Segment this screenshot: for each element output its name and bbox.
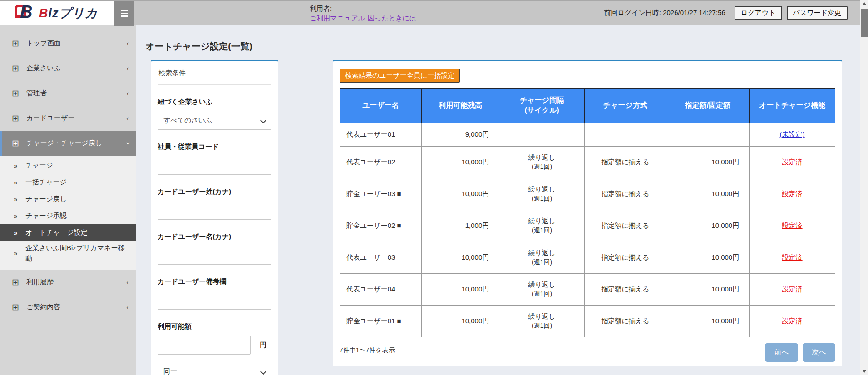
remarks-label: カードユーザー備考欄 (158, 277, 271, 286)
col-interval: チャージ間隔 (サイクル) (499, 89, 585, 123)
topbar-right: 前回ログイン日時: 2026/01/27 14:27:56 ログアウト パスワー… (604, 6, 860, 20)
prev-page-button[interactable]: 前へ (765, 343, 798, 362)
result-count-summary: 7件中1〜7件を表示 (340, 346, 395, 355)
chevron-left-icon: ‹ (126, 89, 129, 98)
last-login: 前回ログイン日時: 2026/01/27 14:27:56 (604, 9, 725, 17)
firstname-kana-input[interactable] (158, 246, 271, 265)
sidebar: B Bizプリカ ⊞ トップ画面 ‹ ⊞ 企業さいふ ‹ ⊞ 管理者 ‹ (0, 0, 136, 375)
configured-link[interactable]: 設定済 (782, 253, 803, 261)
table-row: 代表ユーザー02 10,000円 繰り返し(週1回) 指定額に揃える 10,00… (340, 147, 835, 178)
amount-comparator-select[interactable]: 同一 (158, 362, 271, 375)
col-auto-charge: オートチャージ機能 (750, 89, 835, 123)
vertical-scrollbar[interactable] (860, 0, 868, 375)
scroll-down-icon (862, 370, 867, 373)
available-amount-label: 利用可能額 (158, 322, 271, 331)
chevron-left-icon: ‹ (126, 64, 129, 73)
grid-icon: ⊞ (12, 113, 19, 123)
configured-link[interactable]: 設定済 (782, 285, 803, 293)
sidebar-item-charge[interactable]: ⊞ チャージ・チャージ戻し ‹ (0, 131, 136, 156)
bulk-setting-button[interactable]: 検索結果のユーザー全員に一括設定 (340, 69, 460, 83)
table-row: 代表ユーザー04 10,000円 繰り返し(週1回) 指定額に揃える 10,00… (340, 274, 835, 306)
submenu-item-auto-charge-setting[interactable]: » オートチャージ設定 (0, 224, 136, 241)
col-method: チャージ方式 (584, 89, 666, 123)
scroll-up-icon (862, 2, 867, 5)
available-amount-input[interactable] (158, 336, 251, 355)
submenu-item-money-transfer[interactable]: » 企業さいふ間Bizプリカマネー移動 (0, 241, 136, 265)
table-row: 貯金ユーザー01 ■ 10,000円 繰り返し(週1回) 指定額に揃える 10,… (340, 306, 835, 337)
submenu-item-charge-approval[interactable]: » チャージ承認 (0, 207, 136, 224)
wallet-label: 紐づく企業さいふ (158, 98, 271, 106)
content: オートチャージ設定(一覧) 検索条件 紐づく企業さいふ すべてのさいふ 社員・従… (136, 25, 860, 375)
col-user-name: ユーザー名 (340, 89, 422, 123)
configured-link[interactable]: 設定済 (782, 158, 803, 166)
remarks-input[interactable] (158, 291, 271, 310)
manual-link[interactable]: ご利用マニュアル (310, 14, 365, 22)
help-link[interactable]: 困ったときには (368, 14, 416, 22)
sidebar-item-admin[interactable]: ⊞ 管理者 ‹ (0, 81, 136, 106)
configured-link[interactable]: 設定済 (782, 190, 803, 197)
next-page-button[interactable]: 次へ (803, 343, 835, 362)
scroll-down-button[interactable] (860, 367, 868, 375)
unset-link[interactable]: (未設定) (780, 130, 805, 138)
table-header-row: ユーザー名 利用可能残高 チャージ間隔 (サイクル) チャージ方式 指定額/固定… (340, 89, 835, 123)
sidebar-item-contract[interactable]: ⊞ ご契約内容 ‹ (0, 295, 136, 320)
firstname-kana-label: カードユーザー名(カナ) (158, 232, 271, 241)
double-angle-icon: » (14, 229, 17, 237)
search-panel-title: 検索条件 (158, 61, 271, 85)
sidebar-item-top[interactable]: ⊞ トップ画面 ‹ (0, 31, 136, 56)
double-angle-icon: » (14, 195, 17, 203)
chevron-left-icon: ‹ (126, 303, 129, 312)
grid-icon: ⊞ (12, 88, 19, 99)
submenu-item-charge[interactable]: » チャージ (0, 157, 136, 174)
scrollbar-thumb[interactable] (861, 9, 868, 37)
double-angle-icon: » (14, 249, 17, 257)
sidebar-item-card-user[interactable]: ⊞ カードユーザー ‹ (0, 106, 136, 131)
double-angle-icon: » (14, 162, 17, 169)
col-amount: 指定額/固定額 (666, 89, 749, 123)
search-panel: 検索条件 紐づく企業さいふ すべてのさいふ 社員・従業員コード カードユーザー姓… (151, 60, 278, 375)
configured-link[interactable]: 設定済 (782, 222, 803, 229)
hamburger-icon (121, 10, 128, 11)
logo: B Bizプリカ (0, 1, 114, 25)
logo-text: Bizプリカ (39, 5, 98, 21)
main-area: 利用者: ご利用マニュアル困ったときには 前回ログイン日時: 2026/01/2… (136, 0, 860, 375)
sidebar-item-usage-history[interactable]: ⊞ 利用履歴 ‹ (0, 270, 136, 295)
chevron-left-icon: ‹ (126, 114, 129, 123)
grid-icon: ⊞ (12, 138, 19, 148)
double-angle-icon: » (14, 212, 17, 220)
table-row: 代表ユーザー03 10,000円 繰り返し(週1回) 指定額に揃える 10,00… (340, 242, 835, 274)
page-title: オートチャージ設定(一覧) (145, 40, 842, 53)
pager: 前へ 次へ (765, 343, 835, 362)
app-window: B Bizプリカ ⊞ トップ画面 ‹ ⊞ 企業さいふ ‹ ⊞ 管理者 ‹ (0, 0, 868, 375)
scroll-up-button[interactable] (860, 0, 868, 8)
lastname-kana-input[interactable] (158, 201, 271, 220)
submenu-item-bulk-charge[interactable]: » 一括チャージ (0, 174, 136, 191)
chevron-left-icon: ‹ (126, 278, 129, 287)
password-change-button[interactable]: パスワード変更 (787, 6, 848, 20)
biz-logo-icon: B (15, 4, 35, 22)
user-label: 利用者: (310, 4, 419, 13)
grid-icon: ⊞ (12, 63, 19, 74)
result-panel: 検索結果のユーザー全員に一括設定 ユーザー名 利用可能残高 チャージ間隔 (サイ… (333, 60, 842, 366)
table-row: 貯金ユーザー02 ■ 1,000円 繰り返し(週1回) 指定額に揃える 10,0… (340, 210, 835, 242)
sidebar-item-corporate-wallet[interactable]: ⊞ 企業さいふ ‹ (0, 56, 136, 81)
sidebar-menu: ⊞ トップ画面 ‹ ⊞ 企業さいふ ‹ ⊞ 管理者 ‹ ⊞ カードユーザー ‹ … (0, 25, 136, 320)
logout-button[interactable]: ログアウト (735, 6, 782, 20)
col-balance: 利用可能残高 (422, 89, 499, 123)
sidebar-toggle-button[interactable] (114, 1, 134, 26)
user-block: 利用者: ご利用マニュアル困ったときには (310, 4, 419, 23)
double-angle-icon: » (14, 178, 17, 186)
chevron-left-icon: ‹ (126, 39, 129, 48)
yen-unit-label: 円 (260, 341, 266, 350)
chevron-down-icon: ‹ (123, 142, 132, 145)
table-footer: 7件中1〜7件を表示 前へ 次へ (340, 343, 835, 362)
submenu-item-charge-refund[interactable]: » チャージ戻し (0, 191, 136, 207)
wallet-select[interactable]: すべてのさいふ (158, 111, 271, 130)
configured-link[interactable]: 設定済 (782, 317, 803, 325)
employee-code-label: 社員・従業員コード (158, 143, 271, 151)
charge-submenu: » チャージ » 一括チャージ » チャージ戻し » チャージ承認 » オー (0, 156, 136, 270)
grid-icon: ⊞ (12, 38, 19, 49)
table-row: 貯金ユーザー03 ■ 10,000円 繰り返し(週1回) 指定額に揃える 10,… (340, 178, 835, 210)
grid-icon: ⊞ (12, 277, 19, 287)
employee-code-input[interactable] (158, 156, 271, 175)
